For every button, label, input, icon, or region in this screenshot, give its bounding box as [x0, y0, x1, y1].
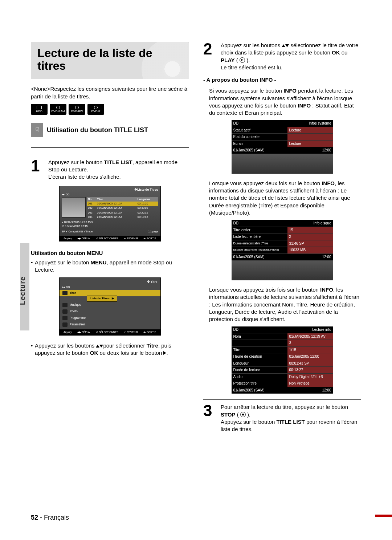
- step-2: 2 Appuyez sur les boutons sélectionnez l…: [203, 42, 361, 71]
- rule: [203, 399, 361, 400]
- media-format-icons: HDD DVD-RAM DVD-RW DVD-R: [31, 104, 189, 115]
- title-table: NoTitreLongueur 00110/JAN/2005 12:15A00:…: [87, 197, 158, 219]
- stop-icon: [240, 412, 246, 417]
- hand-icon: ☟: [31, 123, 43, 137]
- step-1: 1 Appuyez sur le bouton TITLE LIST, appa…: [31, 159, 189, 181]
- bullet-select: • Appuyez sur les boutons pour sélection…: [31, 342, 189, 357]
- info-table-disc: DDInfo disque Titre entier15 Liste lect.…: [232, 220, 333, 280]
- diamond-icon: ❖: [134, 188, 137, 192]
- right-column: 2 Appuyez sur les boutons sélectionnez l…: [203, 42, 361, 438]
- osd-footbar: Anykey◀▶ DÉPLA.⏎ SÉLECTIONNER↩ REVENIR⏏ …: [60, 236, 160, 241]
- step-number: 3: [203, 403, 216, 433]
- hero-banner: Lecture de la liste de titres: [31, 42, 189, 79]
- step-number: 1: [31, 159, 44, 181]
- section-rule: [31, 147, 189, 148]
- play-icon: [240, 57, 245, 63]
- step-number: 2: [203, 42, 216, 71]
- up-triangle-icon: [96, 345, 99, 348]
- section-heading: ☟ Utilisation du bouton TITLE LIST: [31, 123, 189, 137]
- step-3: 3 Pour arrêter la lecture du titre, appu…: [203, 403, 361, 433]
- dvd-ram-icon: DVD-RAM: [50, 104, 66, 115]
- left-column: Lecture de la liste de titres <None>Resp…: [31, 42, 189, 438]
- preview-thumb: [62, 197, 86, 218]
- photo-icon: [62, 309, 68, 314]
- subheading-menu: Utilisation du bouton MENU: [31, 249, 189, 257]
- down-triangle-icon: [99, 345, 103, 348]
- language-label: Français: [44, 514, 69, 521]
- info-para-3: Lorsque vous appuyez trois fois sur le b…: [209, 286, 361, 323]
- table-row: 00110/JAN/2005 12:15A00:15:20: [87, 202, 158, 206]
- down-triangle-icon: [285, 44, 289, 47]
- menu-item: Musique: [60, 302, 160, 308]
- footer-rule: [31, 513, 392, 513]
- osd-footbar: Anykey◀▶ DÉPLA.⏎ SÉLECTIONNER↩ REVENIR⏏ …: [60, 329, 160, 335]
- osd-menu: ❖ Titre ▸▸ DD Titre Liste de Titres ▶ Mu…: [59, 277, 161, 336]
- settings-icon: [62, 322, 68, 327]
- table-row: 00320/JAN/2005 12:15A00:20:15: [87, 211, 158, 215]
- info-table-system: DDInfos système Statut actifLecture Etat…: [232, 120, 333, 174]
- t: Appuyez sur le bouton: [48, 159, 104, 165]
- section-title: Utilisation du bouton TITLE LIST: [47, 126, 148, 134]
- info-table-playback: DDLecture info Nom01/JAN/2005 12:39 AV 3…: [232, 326, 333, 394]
- btn-name: TITLE LIST: [104, 159, 132, 165]
- page-title: Lecture de la liste de titres: [37, 47, 182, 72]
- menu-item: Photo: [60, 308, 160, 315]
- menu-item: Paramétrer: [60, 321, 160, 328]
- menu-item: Programme: [60, 315, 160, 321]
- music-icon: [62, 303, 68, 307]
- program-icon: [62, 316, 68, 320]
- osd-title-list: ❖ Liste de Titres ▸▸DD NoTitreLongueur 0…: [59, 186, 161, 241]
- submenu: Liste de Titres ▶: [87, 296, 118, 302]
- up-triangle-icon: [282, 44, 285, 47]
- info-para-2: Lorsque vous appuyez deux fois sur le bo…: [209, 180, 361, 216]
- page-footer: 52 - Français: [31, 513, 69, 522]
- table-row: 00219/JAN/2005 12:15A00:40:03: [87, 206, 158, 210]
- page-number: 52 -: [31, 514, 44, 521]
- hdd-icon: HDD: [31, 104, 48, 115]
- dvd-r-icon: DVD-R: [87, 104, 104, 115]
- intro-text: <None>Respectez les consignes suivantes …: [31, 85, 189, 100]
- title-icon: [62, 291, 68, 295]
- bullet-menu: • Appuyez sur le bouton MENU, appareil e…: [31, 259, 189, 274]
- section-tab: Lecture: [20, 243, 29, 330]
- table-row: 00425/JAN/2005 12:15A00:10:16: [87, 215, 158, 219]
- info-heading: - A propos du bouton INFO -: [203, 76, 361, 84]
- red-marker: [375, 515, 392, 517]
- t: L'écran liste de titres s'affiche.: [48, 174, 121, 180]
- info-para-1: Si vous appuyez sur le bouton INFO penda…: [209, 87, 361, 117]
- dvd-rw-icon: DVD-RW: [69, 104, 85, 115]
